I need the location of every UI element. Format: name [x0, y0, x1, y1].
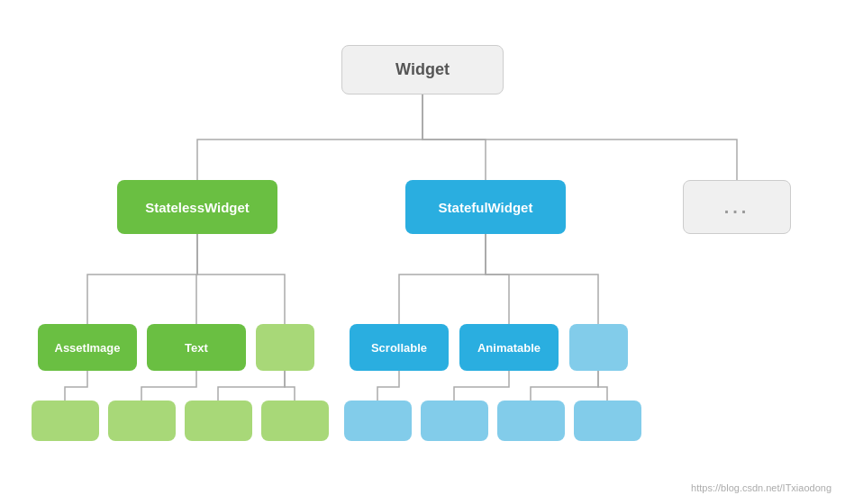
stateful-grandchild-4	[574, 400, 641, 441]
stateless-grandchild-3	[185, 400, 252, 441]
assetimage-node: AssetImage	[38, 324, 137, 371]
stateless-child3-node	[256, 324, 314, 371]
dots-label: ...	[724, 197, 750, 218]
stateful-grandchild-3	[497, 400, 565, 441]
scrollable-label: Scrollable	[371, 341, 427, 355]
stateless-grandchild-1	[32, 400, 99, 441]
stateful-label: StatefulWidget	[439, 200, 533, 215]
animatable-label: Animatable	[477, 341, 541, 355]
stateful-child3-node	[569, 324, 628, 371]
assetimage-label: AssetImage	[55, 341, 121, 355]
text-node: Text	[147, 324, 246, 371]
dots-node: ...	[683, 180, 791, 234]
stateless-label: StatelessWidget	[145, 200, 250, 215]
stateful-grandchild-2	[421, 400, 488, 441]
watermark: https://blog.csdn.net/ITxiaodong	[691, 482, 831, 493]
diagram: Widget StatelessWidget StatefulWidget ..…	[0, 0, 845, 504]
stateless-grandchild-4	[261, 400, 329, 441]
text-label: Text	[185, 341, 208, 355]
stateful-widget-node: StatefulWidget	[405, 180, 566, 234]
stateless-widget-node: StatelessWidget	[117, 180, 277, 234]
stateless-grandchild-2	[108, 400, 176, 441]
animatable-node: Animatable	[459, 324, 559, 371]
widget-label: Widget	[395, 60, 450, 79]
scrollable-node: Scrollable	[350, 324, 449, 371]
stateful-grandchild-1	[344, 400, 412, 441]
widget-node: Widget	[341, 45, 504, 94]
